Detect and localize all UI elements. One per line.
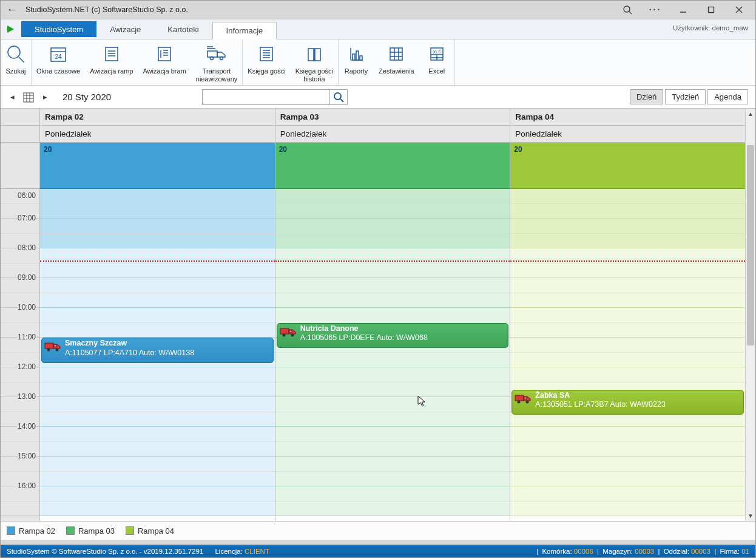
view-agenda-button[interactable]: Agenda [707, 89, 748, 104]
svg-point-57 [56, 349, 59, 352]
time-label: 06:00 [18, 191, 36, 200]
search-icon [5, 42, 26, 66]
svg-point-65 [526, 400, 529, 403]
scheduler-event[interactable]: Smaczny SzczawA:1105077 LP:4A710 Auto: W… [41, 338, 274, 363]
svg-rect-21 [208, 51, 217, 57]
svg-line-53 [340, 99, 343, 102]
svg-line-8 [19, 57, 24, 63]
window-title: StudioSystem.NET (c) SoftwareStudio Sp. … [25, 5, 188, 14]
cursor-icon [417, 395, 427, 407]
svg-rect-62 [515, 395, 524, 401]
gate-icon [155, 42, 174, 66]
svg-marker-6 [7, 26, 14, 33]
truck-icon [206, 42, 228, 66]
allday-cell: 20 [40, 143, 275, 189]
svg-rect-35 [356, 51, 359, 60]
svg-rect-12 [106, 47, 118, 61]
run-icon[interactable] [3, 19, 18, 39]
ribbon-transport-nieawizowany[interactable]: Transport nieawizowany [191, 39, 242, 85]
column-title: Rampa 02 [40, 109, 275, 126]
svg-rect-16 [158, 47, 170, 61]
maximize-button[interactable] [697, 1, 725, 19]
ribbon-excel[interactable]: XLS Excel [419, 39, 454, 85]
now-indicator [40, 260, 275, 262]
scheduler-search-button[interactable] [329, 89, 348, 105]
svg-point-60 [282, 333, 285, 336]
titlebar: ← StudioSystem.NET (c) SoftwareStudio Sp… [1, 1, 755, 19]
column-day: Poniedziałek [40, 126, 275, 143]
svg-rect-26 [260, 47, 272, 61]
scroll-thumb[interactable] [747, 145, 754, 345]
scheduler-search-input[interactable] [202, 89, 329, 105]
event-detail: A:1005065 LP:D0EFE Auto: WAW068 [300, 333, 505, 343]
scheduler-event[interactable]: Nutricia DanoneA:1005065 LP:D0EFE Auto: … [277, 323, 509, 349]
event-title: Żabka SA [535, 391, 740, 401]
svg-point-61 [291, 333, 294, 336]
column-rampa-04[interactable]: Rampa 04 Poniedziałek 20 Żabka SAA:13050… [510, 109, 745, 521]
close-button[interactable] [725, 1, 753, 19]
ribbon-awizacja-bram[interactable]: Awizacja bram [138, 39, 191, 85]
book-icon [305, 42, 323, 66]
svg-rect-37 [390, 48, 402, 60]
time-label: 15:00 [18, 452, 36, 460]
now-indicator [275, 260, 510, 262]
vertical-scrollbar[interactable]: ▲ ▼ [745, 109, 755, 521]
svg-rect-47 [24, 93, 33, 102]
ribbon-szukaj[interactable]: Szukaj [1, 39, 31, 85]
tab-informacje[interactable]: Informacje [212, 22, 277, 39]
ribbon-ksiega-gosci[interactable]: Księga gości [243, 39, 290, 85]
svg-rect-54 [45, 343, 53, 349]
user-info: Użytkownik: demo_maw [673, 24, 748, 32]
ribbon-raporty[interactable]: Raporty [339, 39, 374, 85]
back-button[interactable]: ← [3, 4, 21, 16]
next-day-button[interactable]: ▸ [41, 92, 49, 101]
swatch-rampa-02 [7, 526, 15, 535]
column-rampa-02[interactable]: Rampa 02 Poniedziałek 20 Smaczny SzczawA… [40, 109, 275, 521]
event-detail: A:1105077 LP:4A710 Auto: WAW0138 [65, 349, 269, 358]
tab-awizacje[interactable]: Awizacje [96, 19, 154, 39]
statusbar: StudioSystem © SoftwareStudio Sp. z o.o.… [1, 545, 755, 557]
view-day-button[interactable]: Dzień [630, 89, 663, 104]
event-title: Smaczny Szczaw [65, 339, 269, 349]
minimize-button[interactable] [669, 1, 697, 19]
ribbon-zestawienia[interactable]: Zestawienia [374, 39, 419, 85]
time-label: 12:00 [18, 362, 36, 371]
time-label: 13:00 [18, 392, 36, 401]
grid-icon [388, 42, 405, 66]
chart-icon [347, 42, 365, 66]
search-global-icon[interactable] [613, 1, 641, 19]
ribbon-ksiega-gosci-historia[interactable]: Księga gości historia [291, 39, 338, 85]
ribbon-okna-czasowe[interactable]: 24 Okna czasowe [32, 39, 85, 85]
time-label: 11:00 [18, 333, 36, 341]
ribbon-awizacja-ramp[interactable]: Awizacja ramp [85, 39, 138, 85]
svg-rect-63 [524, 397, 527, 399]
time-label: 14:00 [18, 422, 36, 430]
svg-rect-59 [289, 330, 292, 332]
svg-rect-3 [709, 7, 714, 13]
primary-tabs: StudioSystem Awizacje Kartoteki Informac… [1, 19, 755, 39]
view-week-button[interactable]: Tydzień [665, 89, 706, 104]
event-title: Nutricia Danone [300, 324, 505, 334]
svg-rect-34 [353, 54, 355, 60]
svg-rect-55 [54, 345, 56, 347]
svg-text:24: 24 [55, 53, 62, 60]
scheduler-event[interactable]: Żabka SAA:1305051 LP:A73B7 Auto: WAW0223 [511, 390, 744, 415]
calendar-picker-icon[interactable] [22, 91, 35, 103]
svg-point-0 [624, 6, 630, 12]
svg-rect-36 [360, 56, 362, 60]
swatch-rampa-04 [126, 526, 134, 535]
scroll-down-icon[interactable]: ▼ [746, 511, 755, 521]
time-label: 07:00 [18, 214, 36, 222]
column-rampa-03[interactable]: Rampa 03 Poniedziałek 20 Nutricia Danone… [275, 109, 511, 521]
time-label: 10:00 [18, 303, 36, 311]
scroll-up-icon[interactable]: ▲ [746, 109, 755, 119]
excel-icon: XLS [428, 42, 445, 66]
prev-day-button[interactable]: ◂ [8, 92, 16, 101]
list-icon [103, 42, 121, 66]
more-icon[interactable]: ··· [641, 1, 669, 19]
time-label: 08:00 [18, 243, 36, 252]
time-label: 16:00 [18, 481, 36, 490]
current-date-label: 20 Sty 2020 [62, 92, 111, 102]
tab-kartoteki[interactable]: Kartoteki [154, 19, 212, 39]
tab-studio-system[interactable]: StudioSystem [21, 21, 96, 37]
